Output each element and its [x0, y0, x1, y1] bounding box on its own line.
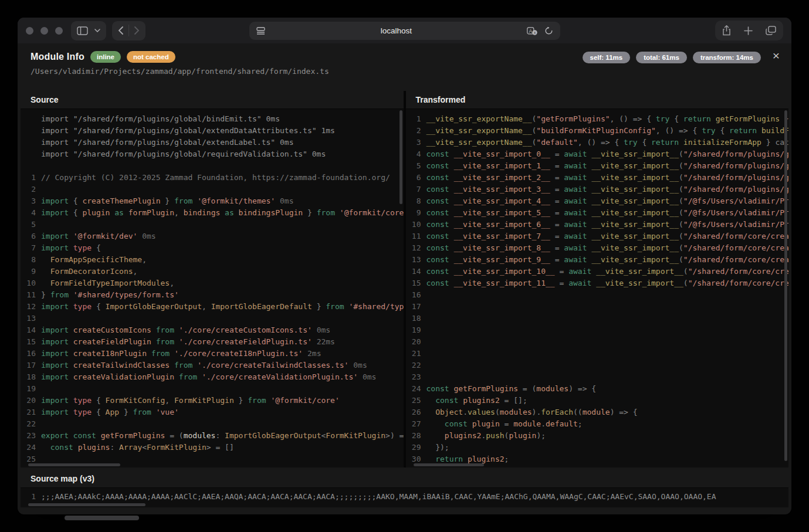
code-line: 1// Copyright (C) 2012-2025 Zammad Found…	[21, 172, 404, 184]
code-line: 18	[406, 313, 789, 324]
code-line: 21	[406, 348, 789, 360]
transformed-panel-title: Transformed	[406, 91, 789, 109]
toolbar-right-group	[715, 21, 783, 40]
code-line: 10 FormFieldTypeImportModules,	[21, 277, 404, 289]
code-line: 22	[406, 360, 789, 371]
code-line: 12const __vite_ssr_import_8__ = await __…	[406, 242, 789, 254]
page-title: Module Info	[31, 52, 84, 62]
code-line: import "/shared/form/plugins/global/bind…	[21, 113, 404, 125]
nav-button-group	[112, 21, 145, 40]
forward-icon[interactable]	[134, 26, 140, 35]
code-line: 4import { plugin as formPlugin, bindings…	[21, 207, 404, 219]
back-icon[interactable]	[118, 26, 123, 35]
code-line: 11} from '#shared/types/form.ts'	[21, 289, 404, 301]
self-time-badge: self: 11ms	[583, 52, 631, 63]
code-line: 20import type { FormKitConfig, FormKitPl…	[21, 395, 404, 406]
code-line: 23export const getFormPlugins = (modules…	[21, 430, 404, 442]
transformed-horizontal-scrollbar[interactable]	[414, 463, 484, 466]
code-line: 20	[406, 336, 789, 348]
url-text: localhost	[266, 26, 527, 35]
zoom-traffic-light[interactable]	[55, 27, 63, 35]
traffic-lights	[26, 27, 63, 35]
reader-icon[interactable]	[256, 27, 266, 35]
code-line: 12import type { ImportGlobEagerOutput, I…	[21, 301, 404, 313]
chevron-down-icon[interactable]	[94, 29, 100, 32]
total-time-badge: total: 61ms	[636, 52, 687, 63]
code-line: 4const __vite_ssr_import_0__ = await __v…	[406, 148, 789, 160]
source-vertical-scrollbar[interactable]	[400, 110, 402, 204]
transformed-code[interactable]: 1__vite_ssr_exportName__("getFormPlugins…	[406, 110, 789, 467]
address-bar[interactable]: localhost A x	[249, 22, 560, 40]
code-line: 16	[406, 289, 789, 301]
code-line: 24const getFormPlugins = (modules) => {	[406, 383, 789, 395]
code-line: 9const __vite_ssr_import_5__ = await __v…	[406, 207, 789, 219]
source-panel: Source import "/shared/form/plugins/glob…	[21, 91, 404, 467]
code-line: 3import { createThemePlugin } from '@for…	[21, 195, 404, 207]
code-line: 24 const plugins: Array<FormKitPlugin> =…	[21, 442, 404, 453]
desktop-bar	[65, 516, 139, 520]
code-line: 13const __vite_ssr_import_9__ = await __…	[406, 254, 789, 266]
code-line: 17	[406, 301, 789, 313]
not-cached-badge: not cached	[127, 51, 175, 63]
tab-overview-icon[interactable]	[766, 26, 776, 35]
code-line: 5const __vite_ssr_import_1__ = await __v…	[406, 160, 789, 172]
code-line: 29 });	[406, 442, 789, 453]
code-line: 5	[21, 219, 404, 231]
code-line: 7import type {	[21, 242, 404, 254]
code-line: 8 FormAppSpecificTheme,	[21, 254, 404, 266]
browser-window: localhost A x	[18, 18, 791, 514]
code-line: 18import createValidationPlugin from './…	[21, 371, 404, 383]
code-line: 16import createI18nPlugin from './core/c…	[21, 348, 404, 360]
inline-badge: inline	[90, 51, 121, 63]
code-line: 21import type { App } from 'vue'	[21, 406, 404, 418]
code-line: 13	[21, 313, 404, 324]
minimize-traffic-light[interactable]	[40, 27, 48, 35]
code-line: 9 FormDecoratorIcons,	[21, 266, 404, 277]
nav-divider	[128, 25, 129, 36]
code-line: import "/shared/form/plugins/global/requ…	[21, 148, 404, 160]
code-line: 6import '@formkit/dev' 0ms	[21, 231, 404, 242]
code-line: 14import createCustomIcons from './core/…	[21, 324, 404, 336]
translate-icon[interactable]: A x	[527, 27, 537, 35]
code-line: 8const __vite_ssr_import_4__ = await __v…	[406, 195, 789, 207]
browser-titlebar: localhost A x	[18, 18, 791, 43]
code-line: 3__vite_ssr_exportName__("default", () =…	[406, 137, 789, 148]
source-code[interactable]: import "/shared/form/plugins/global/bind…	[21, 110, 404, 467]
share-icon[interactable]	[722, 25, 731, 36]
code-line: 27 const plugin = module.default;	[406, 418, 789, 430]
code-line: 1__vite_ssr_exportName__("getFormPlugins…	[406, 113, 789, 125]
code-line: 2__vite_ssr_exportName__("buildFormKitPl…	[406, 125, 789, 137]
transformed-panel: Transformed 1__vite_ssr_exportName__("ge…	[406, 91, 789, 467]
sourcemap-panel-title: Source map (v3)	[21, 470, 788, 488]
code-line: 17import createTailwindClasses from './c…	[21, 360, 404, 371]
code-line: import "/shared/form/plugins/global/exte…	[21, 125, 404, 137]
transformed-vertical-scrollbar[interactable]	[784, 110, 787, 461]
module-info-header: Module Info inline not cached self: 11ms…	[18, 43, 791, 89]
sidebar-icon[interactable]	[77, 26, 88, 35]
code-line: 25 const plugins2 = [];	[406, 395, 789, 406]
sourcemap-horizontal-scrollbar[interactable]	[28, 503, 145, 506]
code-line: 15const __vite_ssr_import_11__ = await _…	[406, 277, 789, 289]
code-line	[21, 160, 404, 172]
code-line: 11const __vite_ssr_import_7__ = await __…	[406, 231, 789, 242]
new-tab-icon[interactable]	[744, 26, 753, 35]
code-line: 26 Object.values(modules).forEach((modul…	[406, 406, 789, 418]
code-line: 10const __vite_ssr_import_6__ = await __…	[406, 219, 789, 231]
reload-icon[interactable]	[544, 26, 553, 35]
code-line: 23	[406, 371, 789, 383]
close-icon[interactable]: ×	[773, 49, 780, 62]
source-panel-title: Source	[21, 91, 404, 109]
code-line: 6const __vite_ssr_import_2__ = await __v…	[406, 172, 789, 184]
timing-badges: self: 11ms total: 61ms transform: 14ms	[583, 52, 761, 63]
module-path: /Users/vladimir/Projects/zammad/app/fron…	[31, 67, 778, 76]
sidebar-button-group	[71, 21, 106, 40]
code-panels: Source import "/shared/form/plugins/glob…	[21, 91, 788, 467]
code-line: 19	[21, 383, 404, 395]
code-line: 22	[21, 418, 404, 430]
code-line: 14const __vite_ssr_import_10__ = await _…	[406, 266, 789, 277]
code-line: 7const __vite_ssr_import_3__ = await __v…	[406, 184, 789, 195]
close-traffic-light[interactable]	[26, 27, 33, 35]
source-horizontal-scrollbar[interactable]	[28, 463, 120, 466]
transform-time-badge: transform: 14ms	[693, 52, 761, 63]
code-line: 15import createFieldPlugin from './core/…	[21, 336, 404, 348]
